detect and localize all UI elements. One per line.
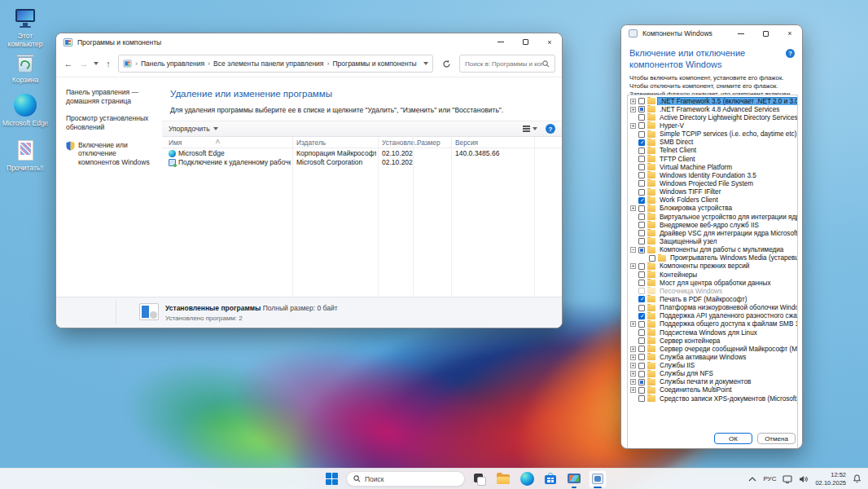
- feature-checkbox[interactable]: [638, 205, 645, 212]
- feature-checkbox[interactable]: [638, 346, 645, 352]
- column-header-size[interactable]: Размер: [417, 139, 441, 147]
- ok-button[interactable]: ОК: [714, 433, 752, 444]
- tree-item[interactable]: +Simple TCPIP services (i.e. echo, dayti…: [628, 130, 797, 139]
- notification-bell-icon[interactable]: [853, 474, 861, 483]
- tree-item[interactable]: +Средство записи XPS-документов (Microso…: [628, 394, 797, 403]
- tree-item[interactable]: +Внедряемое веб-ядро служб IIS: [628, 221, 797, 229]
- dialog-maximize-button[interactable]: [753, 25, 778, 42]
- tree-item[interactable]: +Компоненты прежних версий: [628, 262, 797, 271]
- feature-checkbox[interactable]: [638, 363, 645, 369]
- expand-icon[interactable]: +: [630, 99, 636, 104]
- feature-checkbox[interactable]: [638, 280, 645, 286]
- expand-icon[interactable]: +: [630, 263, 636, 269]
- tree-item[interactable]: +Блокировка устройства: [628, 205, 797, 213]
- back-button[interactable]: ←: [63, 59, 74, 68]
- tree-item[interactable]: +TFTP Client: [628, 155, 797, 163]
- tray-chevron-up-icon[interactable]: [748, 477, 756, 482]
- network-icon[interactable]: [783, 475, 792, 483]
- feature-checkbox[interactable]: [638, 247, 645, 253]
- tree-item[interactable]: +Песочница Windows: [628, 287, 797, 295]
- expand-icon[interactable]: +: [630, 346, 636, 352]
- forward-button[interactable]: →: [78, 59, 90, 68]
- expand-icon[interactable]: +: [630, 321, 636, 327]
- feature-checkbox[interactable]: [638, 222, 645, 228]
- feature-checkbox[interactable]: [638, 214, 645, 220]
- minimize-button[interactable]: [489, 33, 513, 51]
- expand-icon[interactable]: +: [630, 205, 636, 211]
- desktop-icon-edge[interactable]: Microsoft Edge: [2, 93, 49, 128]
- column-header-installed[interactable]: Установле...: [382, 139, 420, 147]
- feature-checkbox[interactable]: [638, 271, 645, 278]
- feature-checkbox[interactable]: [638, 197, 645, 204]
- close-button[interactable]: ×: [537, 33, 562, 51]
- tree-item[interactable]: +Виртуальное устройство для интеграции я…: [628, 213, 797, 221]
- tree-item[interactable]: +Проигрыватель Windows Media (устаревшая…: [628, 254, 797, 262]
- tree-item[interactable]: +Work Folders Client: [628, 196, 797, 205]
- feature-checkbox[interactable]: [638, 379, 645, 385]
- windows-features-taskbar-button[interactable]: [589, 470, 607, 488]
- feature-checkbox[interactable]: [638, 148, 645, 154]
- tree-item[interactable]: −Компоненты для работы с мультимедиа: [628, 246, 797, 254]
- column-header-publisher[interactable]: Издатель: [296, 139, 326, 147]
- feature-checkbox[interactable]: [638, 313, 645, 319]
- feature-checkbox[interactable]: [638, 189, 645, 196]
- expand-icon[interactable]: +: [630, 123, 636, 129]
- expand-icon[interactable]: +: [630, 363, 636, 368]
- control-panel-button[interactable]: [565, 470, 583, 488]
- up-button[interactable]: ↑: [103, 59, 114, 68]
- feature-checkbox[interactable]: [638, 172, 645, 178]
- feature-checkbox[interactable]: [638, 387, 645, 394]
- feature-checkbox[interactable]: [638, 329, 645, 336]
- table-row[interactable]: Microsoft EdgeКорпорация Майкрософт02.10…: [162, 149, 562, 158]
- feature-checkbox[interactable]: [638, 263, 645, 270]
- breadcrumb-segment[interactable]: Программы и компоненты: [332, 59, 416, 68]
- title-bar[interactable]: Программы и компоненты ×: [56, 33, 562, 51]
- column-header-name[interactable]: Имя: [169, 139, 182, 147]
- tree-item[interactable]: +Windows Projected File System: [628, 179, 797, 187]
- expand-icon[interactable]: +: [630, 379, 636, 385]
- tree-item[interactable]: +Службы печати и документов: [628, 378, 797, 386]
- collapse-icon[interactable]: −: [630, 247, 636, 253]
- tree-item[interactable]: +Telnet Client: [628, 147, 797, 155]
- volume-icon[interactable]: [799, 475, 809, 483]
- feature-checkbox[interactable]: [638, 337, 645, 344]
- tree-item[interactable]: +Служба активации Windows: [628, 353, 797, 361]
- address-bar[interactable]: ›Панель управления›Все элементы панели у…: [118, 55, 433, 73]
- feature-checkbox[interactable]: [638, 395, 645, 402]
- expand-icon[interactable]: +: [630, 371, 636, 377]
- tree-item[interactable]: +Active Directory Lightweight Directory …: [628, 113, 797, 121]
- tree-item[interactable]: +Поддержка общего доступа к файлам SMB 1…: [628, 320, 797, 328]
- breadcrumb-segment[interactable]: Панель управления: [141, 59, 204, 68]
- tree-item[interactable]: +Защищенный узел: [628, 237, 797, 245]
- tree-item[interactable]: +Сервер очереди сообщений Майкрософт (MS…: [628, 345, 797, 353]
- feature-checkbox[interactable]: [638, 305, 645, 311]
- sidebar-item-home[interactable]: Панель управления — домашняя страница: [66, 88, 157, 105]
- feature-checkbox[interactable]: [638, 230, 645, 236]
- table-row[interactable]: Подключение к удаленному рабочему столуM…: [162, 158, 562, 167]
- feature-checkbox[interactable]: [649, 255, 655, 262]
- feature-checkbox[interactable]: [638, 122, 645, 129]
- language-indicator[interactable]: РУС: [763, 475, 776, 482]
- tree-item[interactable]: +Hyper-V: [628, 121, 797, 130]
- feature-checkbox[interactable]: [638, 180, 645, 187]
- tree-item[interactable]: +SMB Direct: [628, 139, 797, 147]
- tree-item[interactable]: +Virtual Machine Platform: [628, 163, 797, 171]
- dialog-close-button[interactable]: ×: [778, 25, 802, 42]
- tree-item[interactable]: +Службы IIS: [628, 362, 797, 370]
- sidebar-item-installed-updates[interactable]: Просмотр установленных обновлений: [66, 114, 157, 131]
- desktop-icon-this-pc[interactable]: Этот компьютер: [2, 7, 49, 49]
- view-mode-icon[interactable]: [523, 126, 530, 132]
- feature-checkbox[interactable]: [638, 321, 645, 328]
- cancel-button[interactable]: Отмена: [757, 433, 796, 444]
- sidebar-item-windows-features[interactable]: Включение или отключение компонентов Win…: [66, 141, 157, 167]
- help-button[interactable]: ?: [546, 124, 555, 134]
- tree-item[interactable]: +Мост для центра обработки данных: [628, 279, 797, 287]
- feature-checkbox[interactable]: [638, 354, 645, 360]
- dialog-help-icon[interactable]: ?: [786, 49, 795, 58]
- tree-item[interactable]: +Поддержка API удаленного разностного сж…: [628, 312, 797, 320]
- edge-button[interactable]: [518, 470, 536, 488]
- tree-item[interactable]: +Подсистема Windows для Linux: [628, 328, 797, 337]
- dialog-title-bar[interactable]: Компоненты Windows ×: [621, 25, 802, 42]
- address-dropdown-chevron-icon[interactable]: [423, 62, 428, 68]
- feature-checkbox[interactable]: [638, 139, 645, 146]
